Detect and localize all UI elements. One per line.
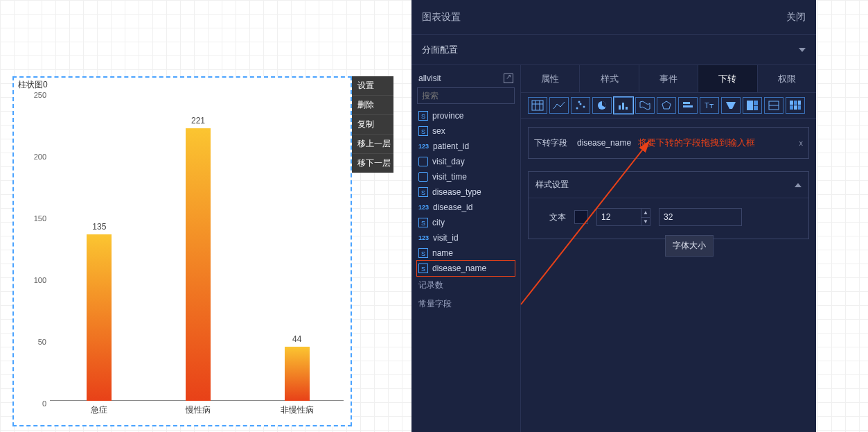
bar[interactable]: 135 — [87, 234, 112, 401]
popout-icon[interactable] — [504, 74, 513, 83]
field-type-icon: S — [418, 187, 428, 197]
y-tick-label: 100 — [29, 276, 46, 284]
field-type-icon: S — [418, 218, 428, 227]
context-menu-item[interactable]: 设置 — [352, 76, 393, 96]
bar-chart-widget[interactable]: 柱状图0 050100150200250135急症221慢性病44非慢性病 — [12, 76, 352, 426]
svg-point-5 — [580, 103, 582, 105]
y-tick-label: 150 — [29, 214, 46, 223]
chart-settings-panel: 图表设置 关闭 分面配置 allvisit SprovinceSsex123pa… — [411, 0, 816, 432]
field-item[interactable]: 123visit_id — [417, 230, 515, 245]
field-type-icon — [418, 172, 428, 182]
context-menu-item[interactable]: 移下一层 — [352, 154, 393, 173]
style-header[interactable]: 样式设置 — [529, 172, 808, 198]
chart-type-heatmap-icon[interactable] — [786, 97, 805, 114]
svg-rect-17 — [747, 101, 753, 110]
chart-type-line-icon[interactable] — [549, 97, 569, 114]
svg-text:Tᴛ: Tᴛ — [705, 101, 714, 110]
context-menu-item[interactable]: 复制 — [352, 115, 393, 135]
font-size-input[interactable]: ▲ ▼ — [596, 208, 650, 226]
chart-type-radar-icon[interactable] — [657, 97, 676, 114]
chart-title: 柱状图0 — [18, 79, 48, 91]
chevron-up-icon — [795, 183, 801, 187]
svg-marker-12 — [662, 101, 671, 109]
svg-rect-0 — [532, 101, 543, 110]
field-item[interactable]: Scity — [417, 215, 515, 230]
context-menu-item[interactable]: 移上一层 — [352, 135, 393, 154]
field-item[interactable]: visit_time — [417, 169, 515, 184]
config-tab[interactable]: 下转 — [698, 65, 757, 92]
drill-field-dropzone[interactable]: 下转字段 disease_name 将要下转的字段拖拽到输入框 x — [528, 127, 809, 159]
svg-point-7 — [578, 101, 581, 103]
drop-label: 下转字段 — [534, 137, 567, 149]
field-item[interactable]: Sdisease_type — [417, 184, 515, 200]
field-name: disease_name — [432, 263, 486, 273]
field-item[interactable]: Sprovince — [417, 108, 515, 123]
style-section: 样式设置 文本 ▲ ▼ — [528, 171, 809, 239]
x-tick-label: 非慢性病 — [276, 404, 318, 416]
svg-point-4 — [576, 107, 578, 110]
svg-rect-24 — [798, 101, 801, 105]
chart-type-scatter-icon[interactable] — [571, 97, 590, 114]
bar-value-label: 44 — [292, 334, 301, 344]
config-tabs: 属性样式事件下转权限 — [521, 65, 816, 93]
chart-type-table-icon[interactable] — [528, 97, 547, 114]
chart-type-treemap-icon[interactable] — [743, 97, 762, 114]
field-type-icon: 123 — [418, 233, 429, 243]
field-item[interactable]: 123patient_id — [417, 139, 515, 154]
chevron-down-icon — [799, 48, 806, 52]
svg-rect-11 — [626, 107, 628, 110]
config-tab[interactable]: 事件 — [639, 65, 698, 92]
field-search-input[interactable] — [417, 87, 515, 104]
drop-chip[interactable]: disease_name — [577, 138, 631, 148]
svg-rect-22 — [790, 101, 793, 105]
svg-rect-19 — [754, 106, 758, 110]
field-type-icon: 123 — [418, 202, 429, 212]
field-item[interactable]: 123disease_id — [417, 200, 515, 215]
context-menu-item[interactable]: 删除 — [352, 96, 393, 115]
chart-type-gauge-icon[interactable] — [764, 97, 783, 114]
config-tab[interactable]: 属性 — [521, 65, 580, 92]
field-type-icon: S — [418, 111, 428, 121]
bar-value-label: 221 — [191, 116, 205, 126]
svg-rect-14 — [683, 105, 693, 107]
chart-type-funnel-icon[interactable] — [721, 97, 741, 114]
y-tick-label: 0 — [29, 399, 46, 408]
field-item[interactable]: visit_day — [417, 154, 515, 169]
field-item[interactable]: Sdisease_name — [417, 261, 515, 276]
field-extra-item[interactable]: 记录数 — [417, 276, 515, 295]
field-item[interactable]: Sname — [417, 245, 515, 261]
chart-type-hbar-icon[interactable] — [678, 97, 698, 114]
config-tab[interactable]: 样式 — [580, 65, 639, 92]
chart-type-pie-icon[interactable] — [592, 97, 612, 114]
color-swatch[interactable] — [574, 210, 588, 224]
chart-type-row: Tᴛ — [521, 93, 816, 119]
svg-rect-9 — [619, 105, 621, 110]
panel-title: 图表设置 — [422, 11, 461, 24]
step-down-icon[interactable]: ▼ — [641, 218, 650, 226]
field-name: visit_time — [432, 172, 467, 182]
drop-hint: 将要下转的字段拖拽到输入框 — [638, 137, 755, 149]
remove-chip-button[interactable]: x — [799, 139, 804, 147]
chart-type-map-icon[interactable] — [635, 97, 655, 114]
bar[interactable]: 221 — [186, 128, 211, 401]
bar[interactable]: 44 — [285, 347, 310, 401]
config-tab[interactable]: 权限 — [758, 65, 816, 92]
field-extra-item[interactable]: 常量字段 — [417, 295, 515, 313]
svg-marker-16 — [726, 102, 736, 109]
step-up-icon[interactable]: ▲ — [641, 209, 650, 218]
field-name: name — [432, 248, 453, 258]
facet-config-row[interactable]: 分面配置 — [411, 35, 816, 65]
field-name: province — [432, 111, 463, 121]
svg-rect-13 — [683, 102, 690, 104]
field-type-icon: S — [418, 263, 428, 273]
chart-type-bar-icon[interactable] — [614, 97, 633, 114]
datasource-row[interactable]: allvisit — [417, 71, 515, 87]
field-name: visit_id — [433, 233, 459, 243]
field-item[interactable]: Ssex — [417, 123, 515, 139]
field-name: disease_type — [432, 187, 481, 197]
chart-type-text-icon[interactable]: Tᴛ — [700, 97, 719, 114]
secondary-input[interactable] — [659, 208, 742, 226]
text-label: 文本 — [549, 211, 566, 223]
close-button[interactable]: 关闭 — [786, 11, 806, 24]
field-type-icon: 123 — [418, 141, 429, 151]
